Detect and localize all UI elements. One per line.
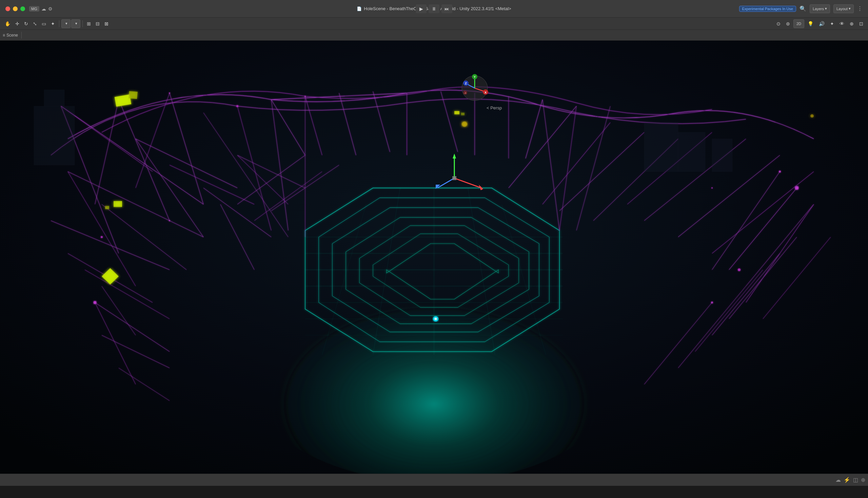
scene-label-text: Scene: [7, 33, 18, 38]
lighting-icon[interactable]: 💡: [806, 19, 815, 28]
scene-bottom-toolbar: ☁ ⚡ ◫ ⊕: [0, 474, 868, 486]
pivot-toggle[interactable]: ▾: [61, 19, 71, 28]
scene-separator: [21, 32, 22, 39]
play-button[interactable]: ▶: [416, 4, 426, 13]
snap-toggle[interactable]: ⊟: [93, 19, 102, 28]
titlebar-right: Experimental Packages In Use 🔍 Layers ▾ …: [739, 4, 863, 13]
minimize-button[interactable]: [13, 6, 18, 11]
snap-settings[interactable]: ⊠: [102, 19, 111, 28]
move-tool[interactable]: ✛: [13, 19, 21, 28]
bottom-icon-1[interactable]: ☁: [835, 477, 841, 483]
scene-tab[interactable]: ≡ Scene: [3, 33, 18, 38]
main-toolbar: ✋ ✛ ↻ ⤡ ▭ ✦ ▾ ▾ ⊞ ⊟ ⊠ ⊙ ⊚ 2D 💡 🔊 ✦ 👁 ⊕ ⊡: [0, 18, 868, 30]
titlebar: MG ☁ ⚙ 📄 HoleScene - BeneathTheOrderGame…: [0, 0, 868, 18]
transform-tool[interactable]: ✦: [49, 19, 57, 28]
toolbar-separator-1: [59, 20, 59, 27]
pause-button[interactable]: ⏸: [429, 4, 439, 13]
settings-icon[interactable]: ⚙: [48, 6, 53, 12]
2d-toggle[interactable]: 2D: [793, 19, 804, 28]
render-mode-icon[interactable]: ⊡: [857, 19, 865, 28]
rotate-tool[interactable]: ↻: [22, 19, 30, 28]
gizmos-toggle[interactable]: ⊕: [848, 19, 856, 28]
scene-toolbar: ≡ Scene: [0, 30, 868, 41]
global-illumination-icon[interactable]: ⊙: [775, 19, 782, 28]
more-icon[interactable]: ⋮: [857, 5, 863, 12]
cloud-icon[interactable]: ☁: [41, 6, 46, 12]
file-icon: 📄: [357, 6, 362, 11]
layers-chevron-icon: ▾: [825, 6, 827, 11]
toolbar-separator-2: [82, 20, 83, 27]
fx-icon[interactable]: ✦: [828, 19, 836, 28]
skybox-icon[interactable]: ⊚: [784, 19, 792, 28]
scene-viewport[interactable]: X Y Z -X < Persp ☁ ⚡ ◫ ⊕: [0, 41, 868, 486]
scene-icon: ≡: [3, 33, 5, 38]
grid-toggle[interactable]: ⊞: [85, 19, 93, 28]
maximize-button[interactable]: [20, 6, 25, 11]
scale-tool[interactable]: ⤡: [31, 19, 39, 28]
right-toolbar: ⊙ ⊚ 2D 💡 🔊 ✦ 👁 ⊕ ⊡: [775, 19, 865, 28]
left-toolbar: ✋ ✛ ↻ ⤡ ▭ ✦ ▾ ▾ ⊞ ⊟ ⊠: [3, 19, 773, 28]
local-toggle[interactable]: ▾: [71, 19, 80, 28]
close-button[interactable]: [5, 6, 10, 11]
scene-visibility-icon[interactable]: 👁: [838, 19, 846, 28]
teal-glow-effect: [315, 250, 553, 419]
bottom-icon-3[interactable]: ◫: [853, 477, 858, 483]
window-controls: [0, 6, 25, 11]
layout-dropdown[interactable]: Layout ▾: [833, 4, 854, 13]
step-button[interactable]: ⏭: [442, 4, 452, 13]
account-icon: MG: [29, 6, 39, 12]
bottom-icon-4[interactable]: ⊕: [861, 477, 865, 483]
rect-tool[interactable]: ▭: [40, 19, 48, 28]
layers-dropdown[interactable]: Layers ▾: [810, 4, 830, 13]
layout-chevron-icon: ▾: [849, 6, 851, 11]
audio-icon[interactable]: 🔊: [817, 19, 827, 28]
search-icon[interactable]: 🔍: [800, 5, 806, 12]
hand-tool[interactable]: ✋: [3, 19, 13, 28]
experimental-badge[interactable]: Experimental Packages In Use: [739, 6, 796, 12]
bottom-icon-2[interactable]: ⚡: [844, 477, 850, 483]
